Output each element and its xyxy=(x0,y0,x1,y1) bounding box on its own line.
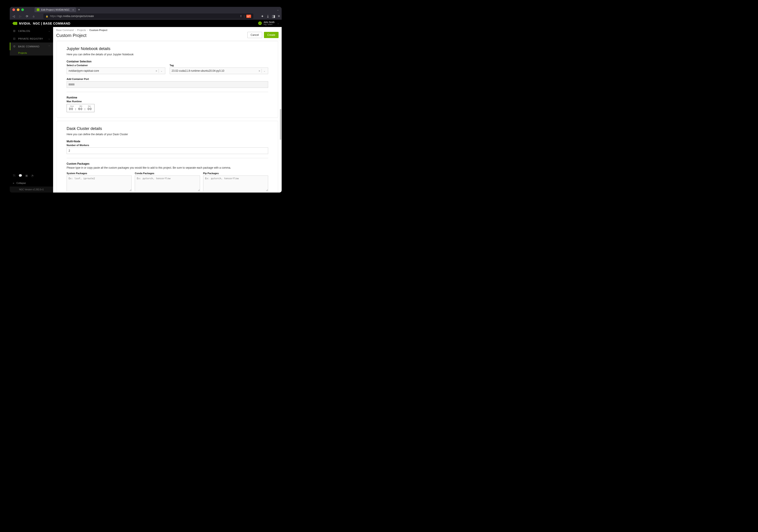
collapse-icon: « xyxy=(13,182,14,184)
minimize-window-icon[interactable] xyxy=(17,8,19,11)
sidebar: ⊞ CATALOG ⌄ ⊟ PRIVATE REGISTRY ⌄ ⚙ BASE … xyxy=(10,27,53,193)
runtime-section-label: Runtime xyxy=(67,96,268,99)
url-path: ngc.nvidia.com/projects/create xyxy=(58,15,94,18)
runtime-min[interactable]: 60 xyxy=(78,107,83,111)
container-section-label: Container Selection xyxy=(67,60,268,63)
app-header: NVIDIA. NGC | BASE COMMAND J John Smith … xyxy=(10,20,282,27)
user-menu[interactable]: J John Smith org / team ⌄ xyxy=(258,21,279,26)
chevron-up-icon: ⌃ xyxy=(48,45,50,48)
catalog-icon: ⊞ xyxy=(13,29,16,33)
sidebar-item-base-command[interactable]: ⚙ BASE COMMAND ⌃ xyxy=(10,43,53,50)
sidebar-subitem-projects[interactable]: Projects xyxy=(10,50,53,55)
chevron-down-icon: ⌄ xyxy=(48,37,50,40)
sidebar-item-private-registry[interactable]: ⊟ PRIVATE REGISTRY ⌄ xyxy=(10,35,53,43)
body: ⊞ CATALOG ⌄ ⊟ PRIVATE REGISTRY ⌄ ⚙ BASE … xyxy=(10,27,282,193)
window-controls xyxy=(13,8,24,11)
new-tab-button[interactable]: + xyxy=(78,8,80,12)
url-protocol: https:// xyxy=(50,15,58,18)
terminal-icon[interactable]: ▣ xyxy=(25,174,28,177)
pip-pkg-label: Pip Packages xyxy=(203,172,268,175)
runtime-input[interactable]: Hour Min Sec 00: 60: 00 xyxy=(67,104,94,112)
tab-close-icon[interactable]: × xyxy=(72,8,74,12)
chat-icon[interactable]: 💬 xyxy=(18,174,22,177)
share-icon[interactable]: ⇪ xyxy=(240,15,242,18)
version-label: NGC Version v2.282.0-r1 xyxy=(10,187,53,193)
create-button[interactable]: Create xyxy=(264,32,279,38)
breadcrumb: Base Command › Projects › Custom Project xyxy=(53,27,282,32)
brand: NVIDIA. NGC | BASE COMMAND xyxy=(13,22,70,25)
titlebar: Edit Project | NVIDIA NGC × + ⌄ xyxy=(10,7,282,13)
max-runtime-label: Max Runtime xyxy=(67,100,268,103)
jupyter-desc: Here you can define the details of your … xyxy=(67,53,268,56)
shield-badge[interactable]: 🛡1 xyxy=(246,15,251,18)
status-icon[interactable]: ◔ xyxy=(31,174,33,177)
maximize-window-icon[interactable] xyxy=(21,8,24,11)
multinode-section-label: Multi-Node xyxy=(67,140,268,143)
tabs-dropdown-icon[interactable]: ⌄ xyxy=(277,8,279,11)
collapse-button[interactable]: « Collapse xyxy=(10,179,53,187)
brand-nvidia: NVIDIA. xyxy=(19,22,31,25)
cancel-button[interactable]: Cancel xyxy=(247,32,262,38)
runtime-hour[interactable]: 00 xyxy=(69,107,73,111)
clear-icon[interactable]: × xyxy=(257,69,261,73)
help-icon[interactable]: ?⃝ xyxy=(13,174,16,177)
chevron-down-icon: ⌄ xyxy=(277,22,279,24)
page-header: Custom Project Cancel Create xyxy=(53,32,282,41)
crumb-projects[interactable]: Projects xyxy=(77,29,86,31)
pkg-section-label: Custom Packages xyxy=(67,162,268,165)
sys-pkg-label: System Packages xyxy=(67,172,132,175)
port-input[interactable] xyxy=(67,81,268,88)
container-select[interactable]: nvidian/pym-rapidsai-core × ⌄ xyxy=(67,67,165,74)
runtime-sec[interactable]: 00 xyxy=(87,107,92,111)
container-label: Select a Container xyxy=(67,64,165,67)
chevron-down-icon[interactable]: ⌄ xyxy=(159,70,163,72)
clear-icon[interactable]: × xyxy=(154,69,159,73)
conda-pkg-input[interactable] xyxy=(135,175,200,192)
pkg-desc: Please type in or copy paste all the cus… xyxy=(67,166,268,169)
downloads-icon[interactable]: ⤓ xyxy=(266,14,269,18)
crumb-current: Custom Project xyxy=(89,29,107,31)
gear-icon: ⚙ xyxy=(13,45,16,48)
close-window-icon[interactable] xyxy=(13,8,15,11)
registry-icon: ⊟ xyxy=(13,37,16,40)
avatar: J xyxy=(258,21,262,25)
chevron-down-icon: ⌄ xyxy=(48,30,50,32)
lock-icon: 🔒 xyxy=(46,15,48,18)
reload-button[interactable]: ⟳ xyxy=(25,15,29,18)
pip-pkg-input[interactable] xyxy=(203,175,268,192)
tag-select[interactable]: 23.02-cuda11.8-runtime-ubuntu20.04-py3.1… xyxy=(170,67,268,74)
sys-pkg-input[interactable] xyxy=(67,175,132,192)
chevron-down-icon[interactable]: ⌄ xyxy=(262,70,266,72)
extensions-icon[interactable]: ✦ xyxy=(261,14,264,18)
url-bar[interactable]: 🔒 https://ngc.nvidia.com/projects/create… xyxy=(43,14,253,19)
dask-card: Dask Cluster details Here you can define… xyxy=(57,121,278,193)
brand-product: NGC | BASE COMMAND xyxy=(33,22,70,25)
main: Base Command › Projects › Custom Project… xyxy=(53,27,282,193)
back-button[interactable]: ◁ xyxy=(12,15,16,18)
port-label: Add Container Port xyxy=(67,78,268,80)
browser-window: Edit Project | NVIDIA NGC × + ⌄ ◁ ▷ ⟳ ⌂ … xyxy=(10,7,282,193)
content[interactable]: Jupyter Notebook details Here you can de… xyxy=(53,41,282,193)
browser-tab[interactable]: Edit Project | NVIDIA NGC × xyxy=(35,7,76,12)
jupyter-card: Jupyter Notebook details Here you can de… xyxy=(57,41,278,118)
tab-favicon-icon xyxy=(37,8,39,11)
crumb-base-command[interactable]: Base Command xyxy=(56,29,74,31)
workers-input[interactable] xyxy=(67,147,268,154)
container-value: nvidian/pym-rapidsai-core xyxy=(69,69,154,72)
nvidia-logo-icon xyxy=(13,22,17,25)
tag-label: Tag xyxy=(170,64,268,67)
conda-pkg-label: Conda Packages xyxy=(135,172,200,175)
page-title: Custom Project xyxy=(56,33,86,38)
sidebar-icon[interactable]: ◨ xyxy=(272,14,275,18)
tab-title: Edit Project | NVIDIA NGC xyxy=(41,8,70,11)
tag-value: 23.02-cuda11.8-runtime-ubuntu20.04-py3.1… xyxy=(172,69,257,72)
sidebar-item-catalog[interactable]: ⊞ CATALOG ⌄ xyxy=(10,27,53,35)
dask-title: Dask Cluster details xyxy=(67,126,268,131)
workers-label: Number of Workers xyxy=(67,144,268,147)
home-button[interactable]: ⌂ xyxy=(31,15,36,18)
user-org: org / team xyxy=(263,23,275,26)
forward-button[interactable]: ▷ xyxy=(18,15,22,18)
scrollbar-thumb[interactable] xyxy=(280,109,281,140)
menu-icon[interactable]: ≡ xyxy=(278,14,280,18)
navbar: ◁ ▷ ⟳ ⌂ 🔒 https://ngc.nvidia.com/project… xyxy=(10,13,282,20)
